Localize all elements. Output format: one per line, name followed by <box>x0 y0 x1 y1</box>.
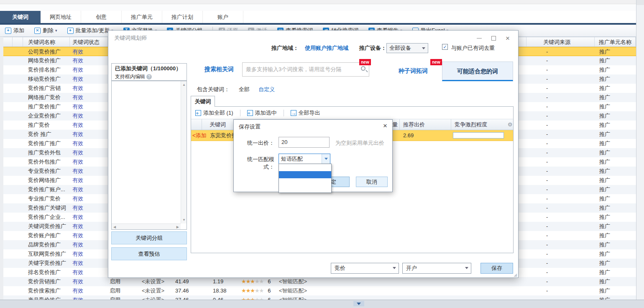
scroll-down-button[interactable] <box>353 301 364 306</box>
search-placeholder: 最多支持输入3个词搜索，请用逗号分隔 <box>246 63 341 76</box>
keyword-source-cell: - <box>527 111 595 121</box>
add-button[interactable]: +添加 <box>5 27 24 34</box>
export-all-button[interactable]: →全部导出 <box>291 109 320 117</box>
unified-bid-label: 统一出价： <box>239 139 274 147</box>
close-icon[interactable]: × <box>383 122 387 130</box>
tab-account[interactable]: 账户 <box>203 11 243 23</box>
save-button[interactable]: 保存 <box>480 263 513 274</box>
col-recommended-bid[interactable]: 推荐出价 <box>400 119 451 130</box>
search-related-words-button[interactable]: 搜索相关词 <box>204 66 234 73</box>
col-keyword-source[interactable]: 关键词来源 <box>526 37 595 46</box>
keyword-status-cell: 有效 <box>70 74 108 84</box>
dropdown-option[interactable] <box>279 171 331 178</box>
region-link[interactable]: 使用账户推广地域 <box>305 44 348 52</box>
include-custom-option[interactable]: 自定义 <box>258 86 275 92</box>
planner-options-row: 推广地域： 使用账户推广地域 推广设备： 全部设备 ✓ 与账户已有词去重 <box>108 42 518 54</box>
search-icon[interactable] <box>361 66 365 71</box>
keyword-source-cell: - <box>527 93 595 102</box>
title-band <box>0 4 644 11</box>
close-button[interactable]: × <box>501 33 515 43</box>
keyword-name-cell: 竞价营销推广 <box>23 277 70 286</box>
keyword-source-cell: - <box>527 74 595 84</box>
keyword-status-cell: 有效 <box>70 167 108 176</box>
keyword-name-cell: 竞价外包推广 <box>23 157 70 167</box>
view-estimate-button[interactable]: 查看预估 <box>111 247 187 260</box>
keyword-name-cell: 推广竞价 <box>23 121 70 130</box>
tab-ad-unit[interactable]: 推广单元 <box>122 11 162 23</box>
keyword-group-button-planner[interactable]: 关键词分组 <box>111 231 187 244</box>
unit-name-cell: 推广 <box>595 74 636 84</box>
unit-name-cell: 推广 <box>595 185 636 194</box>
keyword-name-cell: 网络竞价推广 <box>23 56 70 65</box>
col-keyword-name[interactable]: 关键词名称 <box>23 37 70 46</box>
match-mode-select[interactable]: 短语匹配 <box>279 154 330 164</box>
metric1-cell: 37.46 <box>173 286 210 295</box>
add-all-button[interactable]: +添加全部 (1) <box>195 109 233 117</box>
keyword-name-cell: 专业推广竞价 <box>23 194 70 203</box>
resize-grip[interactable]: ◢ <box>514 272 517 277</box>
table-row[interactable]: 竞价营销推广 有效 启用 <未设置> 41.49 1.19 ★★★★★6 <智能… <box>3 277 636 286</box>
main-tab-bar: 关键词 网页地址 创意 推广单元 推广计划 账户 <box>0 11 644 25</box>
keyword-status-cell: 有效 <box>70 84 108 93</box>
add-keyword-link[interactable]: <添加 <box>191 130 210 141</box>
tab-web-address[interactable]: 网页地址 <box>41 11 81 23</box>
batch-add-update-button[interactable]: +批量添加/更新▾ <box>67 27 113 34</box>
keyword-source-cell: - <box>527 240 595 249</box>
unit-name-cell: 推广 <box>595 130 636 139</box>
vertical-scrollbar[interactable] <box>636 0 644 308</box>
gear-icon[interactable]: ⚙ <box>507 119 513 130</box>
plan-select[interactable]: 竞价 <box>331 263 399 274</box>
col-unit-name[interactable]: 推广单元名称 <box>595 37 636 46</box>
keyword-source-cell: - <box>527 194 595 203</box>
seed-word-expand-button[interactable]: 种子词拓词 <box>384 67 442 75</box>
col-keyword-status[interactable]: 关键词状态 <box>70 37 108 46</box>
keyword-status-cell: 有效 <box>70 213 108 222</box>
bid-cell: <未设置> <box>139 286 173 295</box>
unit-name-cell: 推广 <box>595 111 636 121</box>
keyword-source-cell: - <box>527 222 595 231</box>
cancel-button[interactable]: 取消 <box>356 177 388 187</box>
unified-bid-input[interactable]: 20 <box>279 137 330 148</box>
unit-name-cell: 推广 <box>595 93 636 102</box>
keyword-name-cell: 排名竞价推广 <box>23 268 70 277</box>
unit-name-cell: 推广 <box>595 56 636 65</box>
list-horizontal-scrollbar[interactable]: ◀ ▶ <box>112 223 181 229</box>
added-keyword-item[interactable] <box>112 81 187 85</box>
horizontal-scrollbar[interactable] <box>0 300 644 308</box>
tab-keywords[interactable]: 关键词 <box>0 11 41 23</box>
suggested-words-tab[interactable]: 可能适合您的词 <box>442 62 513 81</box>
delete-button[interactable]: ✕删除▾ <box>34 27 57 34</box>
dropdown-option[interactable] <box>279 164 331 171</box>
keyword-source-cell: - <box>527 56 595 65</box>
dropdown-option[interactable] <box>279 178 331 185</box>
match-mode-dropdown <box>279 164 332 193</box>
help-icon[interactable]: ? <box>146 74 152 80</box>
keyword-source-cell: - <box>527 185 595 194</box>
search-input[interactable]: 最多支持输入3个词搜索，请用逗号分隔 <box>242 62 369 77</box>
added-keywords-subtitle: 支持框内编辑 <box>115 74 145 80</box>
select-column[interactable] <box>191 119 202 130</box>
added-keywords-list: ▲ ▼ ◀ ▶ <box>111 81 187 230</box>
add-selected-button[interactable]: +添加选中 <box>247 109 277 117</box>
unit-select[interactable]: 开户 <box>402 263 471 274</box>
dedup-checkbox[interactable]: ✓ <box>442 44 448 50</box>
col-competition[interactable]: 竞争激烈程度 <box>451 119 507 130</box>
device-select[interactable]: 全部设备 <box>386 43 428 53</box>
planner-keyword-tab[interactable]: 关键词 <box>191 96 215 107</box>
dropdown-option[interactable] <box>279 185 331 192</box>
keyword-source-cell: - <box>527 121 595 130</box>
added-keywords-header: 已添加关键词（1/100000） 支持框内编辑? <box>111 63 187 81</box>
minimize-button[interactable] <box>472 33 486 43</box>
tab-creative[interactable]: 创意 <box>81 11 122 23</box>
unit-name-cell: 推广 <box>595 139 636 148</box>
maximize-button[interactable] <box>486 33 501 43</box>
match-mode-label: 统一匹配模式： <box>239 156 274 171</box>
export-all-icon: → <box>291 110 296 116</box>
list-vertical-scrollbar[interactable]: ▲ ▼ <box>181 81 187 223</box>
table-row[interactable]: 竞价搜索推广 有效 启用 <未设置> 37.46 18.38 ★★★★★6 <智… <box>3 286 636 295</box>
keyword-source-cell: - <box>527 148 595 157</box>
tab-ad-plan[interactable]: 推广计划 <box>162 11 203 23</box>
unit-name-cell: 推广 <box>595 176 636 185</box>
include-all-option[interactable]: 全部 <box>239 86 250 92</box>
keyword-name-cell: 企业竞价推广 <box>23 111 70 121</box>
